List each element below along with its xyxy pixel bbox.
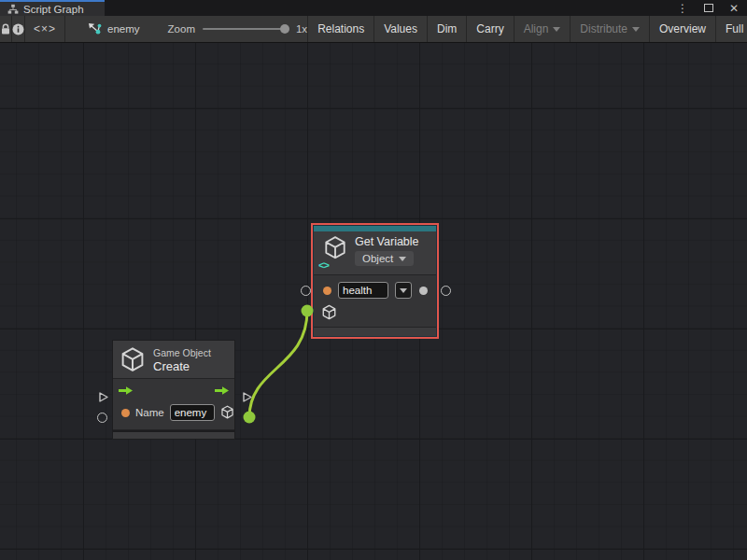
port-name-input[interactable]: [97, 413, 107, 423]
code-brackets-icon: <>: [318, 259, 329, 271]
variable-name-input-port[interactable]: [323, 287, 331, 295]
distribute-dropdown-button[interactable]: Distribute: [570, 16, 649, 42]
name-value-input[interactable]: [170, 404, 215, 421]
node-body: Name: [113, 378, 234, 430]
window-controls: ⋮ ✕: [677, 0, 747, 16]
port-variable-name-input[interactable]: [301, 286, 311, 296]
wire-start-dot: [244, 412, 256, 424]
port-flow-output[interactable]: [241, 391, 253, 403]
name-port-label: Name: [135, 407, 164, 418]
cube-icon: [120, 346, 146, 374]
graph-toolbar: <×> enemy Zoom 1x Relatio: [0, 16, 747, 43]
variable-cube-icon: <>: [319, 235, 347, 271]
graph-canvas[interactable]: Game Object Create: [0, 43, 747, 560]
variable-name-dropdown-button[interactable]: [395, 282, 412, 299]
script-graph-asset-icon: [88, 22, 102, 35]
close-icon[interactable]: ✕: [729, 3, 739, 14]
zoom-slider-handle[interactable]: [280, 24, 289, 34]
caret-down-icon: [632, 27, 640, 32]
script-graph-window: Script Graph ⋮ ✕: [0, 0, 747, 560]
overview-button[interactable]: Overview: [649, 16, 715, 42]
maximize-icon[interactable]: [704, 4, 713, 12]
dim-button[interactable]: Dim: [427, 16, 466, 42]
zoom-value: 1x: [296, 23, 307, 35]
values-button[interactable]: Values: [374, 16, 427, 42]
port-flow-input[interactable]: [97, 391, 109, 403]
full-screen-button[interactable]: Full Screen: [715, 16, 747, 42]
lock-icon: [0, 23, 11, 35]
node-title: Get Variable: [355, 235, 419, 248]
graph-breadcrumb[interactable]: enemy: [88, 16, 140, 42]
node-header: <> Get Variable Object: [314, 231, 436, 274]
lock-button[interactable]: [0, 16, 12, 42]
title-bar: Script Graph ⋮ ✕: [0, 0, 747, 16]
zoom-control: Zoom 1x: [168, 16, 308, 42]
node-create-game-object[interactable]: Game Object Create: [112, 340, 235, 440]
relations-button[interactable]: Relations: [307, 16, 374, 42]
node-footer: [113, 430, 234, 439]
caret-down-icon: [553, 27, 560, 32]
port-value-output[interactable]: [441, 286, 451, 296]
node-body: [314, 274, 436, 328]
variable-scope-dropdown[interactable]: Object: [355, 251, 414, 266]
caret-down-icon: [400, 288, 407, 293]
node-title: Create: [153, 359, 211, 373]
variable-name-input[interactable]: [338, 282, 388, 299]
tab-script-graph[interactable]: Script Graph: [0, 0, 105, 16]
flow-output-arrow-icon[interactable]: [214, 385, 230, 396]
node-get-variable[interactable]: <> Get Variable Object: [311, 223, 439, 339]
flow-input-arrow-icon[interactable]: [118, 385, 134, 396]
zoom-slider-track: [203, 28, 289, 30]
object-input-cube-icon[interactable]: [321, 304, 337, 321]
carry-button[interactable]: Carry: [466, 16, 513, 42]
info-icon: [12, 23, 24, 35]
value-output-port[interactable]: [419, 287, 428, 295]
graph-hierarchy-icon: [7, 4, 19, 15]
node-supertitle: Game Object: [153, 347, 211, 358]
kebab-menu-icon[interactable]: ⋮: [677, 3, 688, 14]
graph-name-label: enemy: [107, 23, 140, 35]
name-input-port[interactable]: [121, 409, 130, 417]
zoom-label: Zoom: [168, 23, 195, 35]
caret-down-icon: [399, 257, 406, 261]
node-footer: [314, 328, 436, 336]
tab-title: Script Graph: [23, 4, 84, 15]
code-view-button[interactable]: <×>: [25, 16, 65, 42]
game-object-output-cube-icon[interactable]: [220, 405, 234, 420]
zoom-slider[interactable]: [203, 23, 289, 35]
align-dropdown-button[interactable]: Align: [514, 16, 571, 42]
code-icon: <×>: [34, 22, 56, 35]
node-header: Game Object Create: [113, 341, 234, 378]
info-button[interactable]: [12, 16, 25, 42]
